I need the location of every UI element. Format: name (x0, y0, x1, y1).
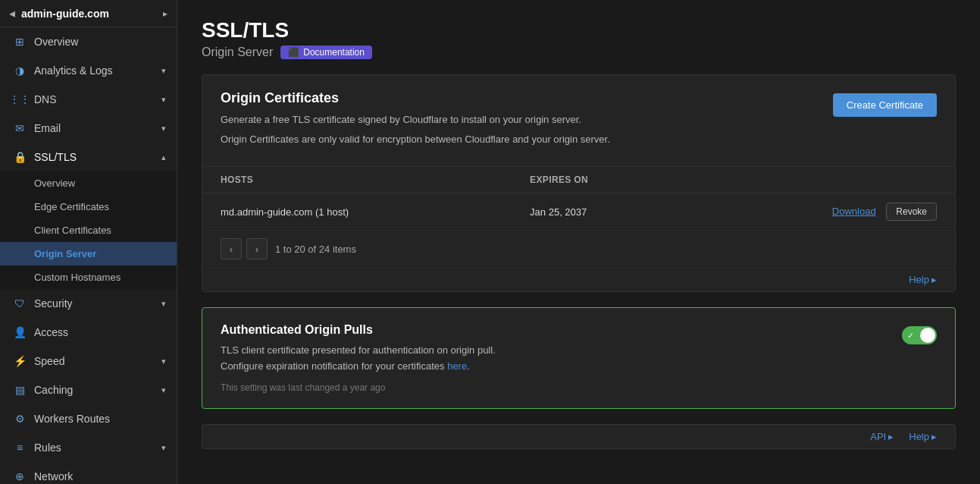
auth-pulls-desc1: TLS client certificate presented for aut… (221, 343, 887, 359)
chevron-down-icon: ▾ (161, 357, 166, 366)
header-chevron-icon: ▸ (163, 8, 168, 19)
auth-pulls-desc2-text: Configure expiration notification for yo… (221, 360, 447, 372)
help-link[interactable]: Help ▸ (909, 274, 937, 285)
help-label: Help (909, 274, 929, 285)
sidebar-item-email[interactable]: ✉ Email ▾ (0, 114, 177, 143)
table-wrap: Hosts Expires On md.admin-guide.com (1 h… (202, 166, 955, 267)
here-link[interactable]: here (447, 360, 467, 372)
card-action: Create Certificate (833, 90, 937, 117)
grid-icon: ⊞ (13, 35, 27, 49)
auth-pulls-note: This setting was last changed a year ago (221, 382, 887, 393)
page-subtitle: Origin Server (202, 46, 273, 59)
sidebar-item-label: Network (34, 470, 166, 482)
card-body: Origin Certificates Generate a free TLS … (221, 90, 818, 151)
rules-icon: ≡ (13, 441, 27, 454)
lock-icon: 🔒 (13, 150, 27, 164)
sidebar-item-network[interactable]: ⊕ Network (0, 462, 177, 484)
origin-cert-title: Origin Certificates (221, 90, 818, 106)
documentation-badge[interactable]: ⬛ Documentation (280, 46, 372, 59)
submenu-client-certificates[interactable]: Client Certificates (0, 218, 177, 242)
workers-icon: ⚙ (13, 412, 27, 426)
sidebar-item-label: Rules (34, 442, 154, 454)
auth-pulls-desc2: Configure expiration notification for yo… (221, 359, 887, 375)
sidebar-item-workers-routes[interactable]: ⚙ Workers Routes (0, 404, 177, 433)
pagination-info: 1 to 20 of 24 items (275, 244, 356, 255)
col-hosts: Hosts (202, 167, 512, 193)
submenu-edge-certificates[interactable]: Edge Certificates (0, 195, 177, 218)
origin-cert-desc1: Generate a free TLS certificate signed b… (221, 112, 818, 127)
toggle-wrap: ✓ (902, 323, 937, 344)
submenu-label: Edge Certificates (34, 201, 109, 212)
submenu-label: Client Certificates (34, 225, 111, 236)
domain-label: admin-guide.com (21, 8, 157, 20)
col-actions (690, 167, 955, 193)
chevron-up-icon: ▴ (161, 152, 166, 162)
next-page-button[interactable]: › (246, 238, 268, 259)
chevron-down-icon: ▾ (161, 66, 166, 76)
api-link[interactable]: API ▸ (870, 431, 894, 442)
sidebar-item-security[interactable]: 🛡 Security ▾ (0, 289, 177, 318)
sidebar-item-speed[interactable]: ⚡ Speed ▾ (0, 347, 177, 376)
sidebar-item-label: Workers Routes (34, 413, 166, 425)
auth-card-inner: Authenticated Origin Pulls TLS client ce… (202, 308, 955, 408)
person-icon: 👤 (13, 325, 27, 339)
certificates-table: Hosts Expires On md.admin-guide.com (1 h… (202, 167, 955, 230)
create-certificate-button[interactable]: Create Certificate (833, 93, 937, 117)
chevron-down-icon: ▾ (161, 299, 166, 309)
sidebar-item-access[interactable]: 👤 Access (0, 318, 177, 347)
col-expires: Expires On (512, 167, 690, 193)
sidebar-item-ssl-tls[interactable]: 🔒 SSL/TLS ▴ (0, 143, 177, 171)
submenu-custom-hostnames[interactable]: Custom Hostnames (0, 266, 177, 289)
chevron-down-icon: ▾ (161, 443, 166, 453)
card-top: Origin Certificates Generate a free TLS … (202, 75, 955, 166)
auth-pulls-toggle[interactable]: ✓ (902, 326, 937, 344)
sidebar-item-label: Analytics & Logs (34, 64, 154, 77)
sidebar-item-label: DNS (34, 93, 154, 105)
sidebar-item-rules[interactable]: ≡ Rules ▾ (0, 433, 177, 462)
submenu-label: Overview (34, 178, 75, 189)
chevron-down-icon: ▾ (161, 95, 166, 105)
help-bottom-label: Help (909, 431, 929, 442)
submenu-label: Custom Hostnames (34, 272, 121, 283)
ssl-submenu: Overview Edge Certificates Client Certif… (0, 171, 177, 289)
origin-cert-desc2: Origin Certificates are only valid for e… (221, 132, 818, 147)
help-row: Help ▸ (202, 267, 955, 291)
chevron-down-icon: ▾ (161, 385, 166, 395)
api-label: API (870, 431, 886, 442)
sidebar-item-label: Security (34, 297, 154, 310)
sidebar-item-label: SSL/TLS (34, 151, 154, 163)
prev-page-button[interactable]: ‹ (221, 238, 242, 259)
sidebar-item-overview[interactable]: ⊞ Overview (0, 27, 177, 56)
submenu-label: Origin Server (34, 248, 96, 259)
help-bottom-link[interactable]: Help ▸ (909, 431, 937, 442)
help-bottom-chevron-icon: ▸ (931, 431, 937, 442)
chevron-down-icon: ▾ (161, 124, 166, 134)
submenu-ssl-overview[interactable]: Overview (0, 171, 177, 195)
main-content: SSL/TLS Origin Server ⬛ Documentation Or… (177, 0, 980, 484)
submenu-origin-server[interactable]: Origin Server (0, 242, 177, 266)
cell-actions: Download Revoke (690, 193, 955, 231)
sidebar-item-caching[interactable]: ▤ Caching ▾ (0, 376, 177, 404)
doc-label: Documentation (303, 47, 365, 58)
table-row: md.admin-guide.com (1 host) Jan 25, 2037… (202, 193, 955, 231)
bottom-bar: API ▸ Help ▸ (202, 424, 956, 449)
auth-pulls-card: Authenticated Origin Pulls TLS client ce… (202, 307, 956, 409)
chart-icon: ◑ (13, 64, 27, 77)
sidebar-item-analytics-logs[interactable]: ◑ Analytics & Logs ▾ (0, 56, 177, 85)
network-icon: ⊕ (13, 470, 27, 483)
revoke-button[interactable]: Revoke (886, 203, 937, 221)
toggle-knob (920, 328, 935, 343)
layers-icon: ▤ (13, 383, 27, 397)
sidebar-item-dns[interactable]: ⋮⋮ DNS ▾ (0, 85, 177, 114)
domain-header[interactable]: ◂ admin-guide.com ▸ (0, 0, 177, 27)
page-title: SSL/TLS (202, 18, 956, 42)
sidebar-item-label: Speed (34, 355, 154, 367)
cell-expires: Jan 25, 2037 (512, 193, 690, 231)
auth-body: Authenticated Origin Pulls TLS client ce… (221, 323, 887, 393)
download-button[interactable]: Download (832, 206, 876, 217)
speed-icon: ⚡ (13, 354, 27, 368)
auth-pulls-title: Authenticated Origin Pulls (221, 323, 887, 337)
shield-icon: 🛡 (13, 297, 27, 310)
sidebar-item-label: Email (34, 122, 154, 134)
doc-icon: ⬛ (288, 47, 299, 58)
